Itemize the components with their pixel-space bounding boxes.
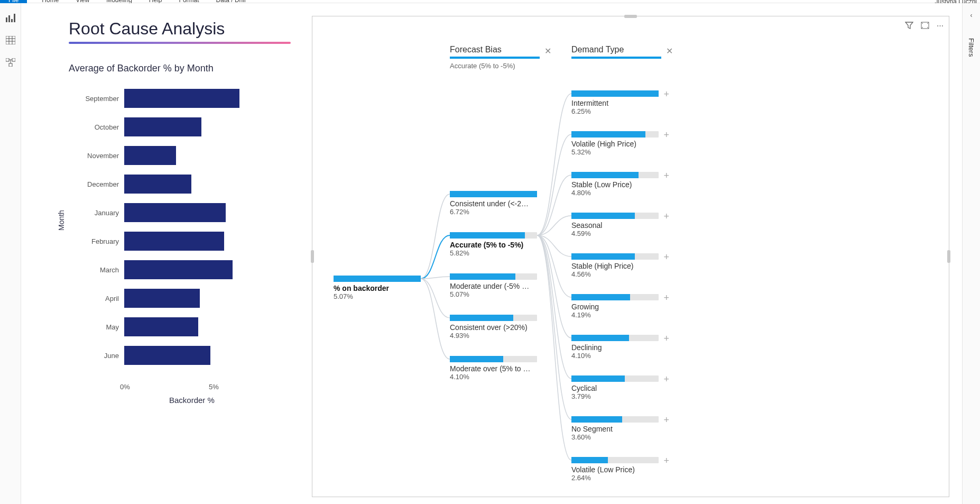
svg-rect-3 (14, 14, 15, 22)
bar-fill (124, 289, 200, 308)
node-label: Declining (571, 343, 659, 352)
report-view-icon[interactable] (4, 13, 17, 23)
node-label: Accurate (5% to -5%) (450, 241, 537, 249)
node-value: 6.25% (571, 107, 659, 115)
close-icon[interactable]: ✕ (666, 46, 673, 56)
node-label: Moderate under (-5% … (450, 282, 537, 290)
bar-category-label: February (69, 237, 124, 245)
plus-icon[interactable]: + (663, 170, 669, 181)
left-view-switcher (0, 3, 21, 504)
decomp-level1-node[interactable]: Moderate under (-5% …5.07% (450, 273, 537, 298)
bar-row[interactable]: October (69, 117, 283, 136)
more-options-icon[interactable]: ⋯ (937, 22, 944, 31)
decomp-level2-node[interactable]: Seasonal4.59%+ (571, 213, 659, 237)
plus-icon[interactable]: + (663, 455, 669, 466)
close-icon[interactable]: ✕ (544, 46, 551, 56)
x-tick-5: 5% (209, 383, 219, 391)
node-label: Intermittent (571, 99, 659, 107)
bar-fill (124, 232, 224, 251)
decomp-level2-node[interactable]: Intermittent6.25%+ (571, 90, 659, 115)
bar-row[interactable]: March (69, 260, 283, 279)
bar-category-label: October (69, 123, 124, 131)
node-value: 3.60% (571, 433, 659, 441)
decomp-level1-node[interactable]: Moderate over (5% to …4.10% (450, 356, 537, 381)
bar-fill (124, 317, 198, 336)
bar-fill (124, 146, 176, 165)
x-tick-0: 0% (120, 383, 130, 391)
plus-icon[interactable]: + (663, 292, 669, 304)
node-value: 6.72% (450, 208, 537, 216)
decomp-level1-node[interactable]: Consistent over (>20%)4.93% (450, 315, 537, 340)
level2-header-label: Demand Type (571, 45, 624, 54)
decomp-level2-node[interactable]: Stable (High Price)4.56%+ (571, 253, 659, 278)
resize-handle-right[interactable] (947, 250, 950, 263)
bar-row[interactable]: November (69, 146, 283, 165)
bar-fill (124, 203, 226, 222)
report-canvas: Root Cause Analysis Average of Backorder… (21, 3, 962, 504)
page-title: Root Cause Analysis (69, 19, 301, 39)
svg-rect-1 (8, 15, 10, 22)
node-value: 4.56% (571, 270, 659, 278)
bar-row[interactable]: June (69, 346, 283, 365)
decomp-level2-node[interactable]: Stable (Low Price)4.80%+ (571, 172, 659, 197)
level1-header[interactable]: Forecast Bias ✕ (450, 45, 540, 59)
bar-fill (124, 117, 201, 136)
level2-header[interactable]: Demand Type ✕ (571, 45, 661, 59)
focus-mode-icon[interactable] (921, 22, 929, 31)
plus-icon[interactable]: + (663, 415, 669, 426)
bar-category-label: November (69, 152, 124, 160)
model-view-icon[interactable] (4, 57, 17, 68)
node-label: Seasonal (571, 221, 659, 230)
title-underline (69, 42, 291, 44)
resize-handle-left[interactable] (311, 250, 314, 263)
decomp-level2-node[interactable]: Volatile (High Price)5.32%+ (571, 131, 659, 156)
bar-fill (124, 175, 191, 194)
decomp-root-node[interactable]: % on backorder 5.07% (334, 276, 421, 300)
decomp-level2-node[interactable]: Volatile (Low Price)2.64%+ (571, 457, 659, 482)
plus-icon[interactable]: + (663, 89, 669, 100)
decomp-level1-node[interactable]: Accurate (5% to -5%)5.82% (450, 232, 537, 257)
y-axis-label: Month (57, 210, 66, 231)
plus-icon[interactable]: + (663, 333, 669, 344)
bar-row[interactable]: February (69, 232, 283, 251)
bar-row[interactable]: December (69, 175, 283, 194)
x-axis-label: Backorder % (169, 396, 215, 405)
plus-icon[interactable]: + (663, 252, 669, 263)
bar-row[interactable]: May (69, 317, 283, 336)
bar-row[interactable]: January (69, 203, 283, 222)
node-label: Volatile (Low Price) (571, 465, 659, 474)
svg-rect-11 (9, 63, 12, 67)
plus-icon[interactable]: + (663, 211, 669, 222)
svg-rect-9 (6, 58, 9, 61)
decomp-level2-node[interactable]: No Segment3.60%+ (571, 416, 659, 441)
node-label: Moderate over (5% to … (450, 364, 537, 373)
decomp-level2-node[interactable]: Growing4.19%+ (571, 294, 659, 319)
bar-row[interactable]: April (69, 289, 283, 308)
resize-handle-top[interactable] (624, 15, 637, 18)
node-value: 2.64% (571, 474, 659, 482)
plus-icon[interactable]: + (663, 374, 669, 385)
bar-fill (124, 260, 233, 279)
node-value: 4.80% (571, 189, 659, 197)
node-label: Consistent over (>20%) (450, 323, 537, 332)
bar-fill (124, 89, 239, 108)
filters-pane-collapsed[interactable]: ‹ Filters (962, 3, 980, 504)
decomp-level2-node[interactable]: Cyclical3.79%+ (571, 375, 659, 400)
node-label: Growing (571, 303, 659, 311)
node-value: 4.59% (571, 230, 659, 237)
chevron-left-icon[interactable]: ‹ (970, 12, 973, 19)
node-label: Cyclical (571, 384, 659, 392)
bar-category-label: March (69, 266, 124, 274)
visual-header-icons: ⋯ (905, 22, 944, 31)
bar-fill (124, 346, 210, 365)
bar-chart[interactable]: Month SeptemberOctoberNovemberDecemberJa… (69, 89, 291, 401)
plus-icon[interactable]: + (663, 130, 669, 141)
decomp-level2-node[interactable]: Declining4.10%+ (571, 335, 659, 360)
data-view-icon[interactable] (4, 35, 17, 45)
decomp-level1-node[interactable]: Consistent under (<-2…6.72% (450, 191, 537, 216)
node-value: 5.32% (571, 148, 659, 156)
decomposition-tree-visual[interactable]: ⋯ Forecast Bias ✕ Accurate (5% to -5%) D… (312, 16, 949, 497)
bar-category-label: December (69, 180, 124, 188)
filter-icon[interactable] (905, 22, 913, 31)
bar-row[interactable]: September (69, 89, 283, 108)
